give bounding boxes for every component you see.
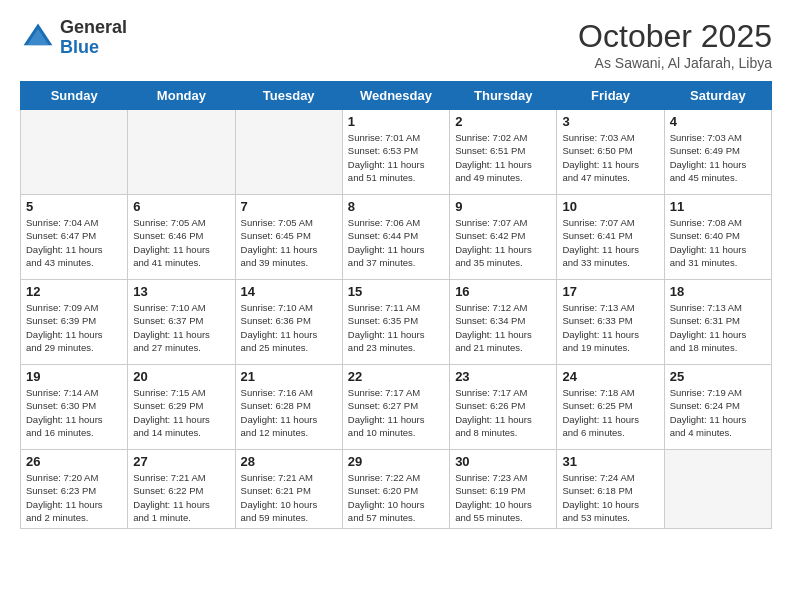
day-number: 23 <box>455 369 551 384</box>
day-number: 17 <box>562 284 658 299</box>
day-info: Sunrise: 7:24 AM Sunset: 6:18 PM Dayligh… <box>562 471 658 524</box>
day-number: 2 <box>455 114 551 129</box>
calendar-cell: 6Sunrise: 7:05 AM Sunset: 6:46 PM Daylig… <box>128 195 235 280</box>
day-info: Sunrise: 7:23 AM Sunset: 6:19 PM Dayligh… <box>455 471 551 524</box>
calendar-cell: 29Sunrise: 7:22 AM Sunset: 6:20 PM Dayli… <box>342 450 449 529</box>
day-of-week-header: Monday <box>128 82 235 110</box>
calendar-cell: 9Sunrise: 7:07 AM Sunset: 6:42 PM Daylig… <box>450 195 557 280</box>
calendar-cell: 13Sunrise: 7:10 AM Sunset: 6:37 PM Dayli… <box>128 280 235 365</box>
day-number: 31 <box>562 454 658 469</box>
day-info: Sunrise: 7:07 AM Sunset: 6:41 PM Dayligh… <box>562 216 658 269</box>
day-info: Sunrise: 7:19 AM Sunset: 6:24 PM Dayligh… <box>670 386 766 439</box>
day-of-week-header: Tuesday <box>235 82 342 110</box>
calendar-cell: 26Sunrise: 7:20 AM Sunset: 6:23 PM Dayli… <box>21 450 128 529</box>
day-number: 25 <box>670 369 766 384</box>
day-of-week-header: Saturday <box>664 82 771 110</box>
day-info: Sunrise: 7:21 AM Sunset: 6:21 PM Dayligh… <box>241 471 337 524</box>
calendar-cell: 31Sunrise: 7:24 AM Sunset: 6:18 PM Dayli… <box>557 450 664 529</box>
day-number: 29 <box>348 454 444 469</box>
calendar-cell: 5Sunrise: 7:04 AM Sunset: 6:47 PM Daylig… <box>21 195 128 280</box>
calendar-cell: 23Sunrise: 7:17 AM Sunset: 6:26 PM Dayli… <box>450 365 557 450</box>
calendar-cell <box>128 110 235 195</box>
logo-general-text: General <box>60 18 127 38</box>
header: General Blue October 2025 As Sawani, Al … <box>20 18 772 71</box>
day-info: Sunrise: 7:20 AM Sunset: 6:23 PM Dayligh… <box>26 471 122 524</box>
calendar-cell: 2Sunrise: 7:02 AM Sunset: 6:51 PM Daylig… <box>450 110 557 195</box>
day-of-week-header: Sunday <box>21 82 128 110</box>
calendar-cell: 25Sunrise: 7:19 AM Sunset: 6:24 PM Dayli… <box>664 365 771 450</box>
calendar-cell <box>21 110 128 195</box>
calendar-cell: 21Sunrise: 7:16 AM Sunset: 6:28 PM Dayli… <box>235 365 342 450</box>
calendar: SundayMondayTuesdayWednesdayThursdayFrid… <box>20 81 772 529</box>
location: As Sawani, Al Jafarah, Libya <box>578 55 772 71</box>
day-number: 8 <box>348 199 444 214</box>
calendar-cell: 18Sunrise: 7:13 AM Sunset: 6:31 PM Dayli… <box>664 280 771 365</box>
calendar-cell: 24Sunrise: 7:18 AM Sunset: 6:25 PM Dayli… <box>557 365 664 450</box>
calendar-cell: 14Sunrise: 7:10 AM Sunset: 6:36 PM Dayli… <box>235 280 342 365</box>
calendar-cell: 4Sunrise: 7:03 AM Sunset: 6:49 PM Daylig… <box>664 110 771 195</box>
calendar-cell: 3Sunrise: 7:03 AM Sunset: 6:50 PM Daylig… <box>557 110 664 195</box>
day-info: Sunrise: 7:16 AM Sunset: 6:28 PM Dayligh… <box>241 386 337 439</box>
calendar-week-row: 12Sunrise: 7:09 AM Sunset: 6:39 PM Dayli… <box>21 280 772 365</box>
day-info: Sunrise: 7:13 AM Sunset: 6:33 PM Dayligh… <box>562 301 658 354</box>
day-info: Sunrise: 7:08 AM Sunset: 6:40 PM Dayligh… <box>670 216 766 269</box>
day-number: 5 <box>26 199 122 214</box>
calendar-cell: 10Sunrise: 7:07 AM Sunset: 6:41 PM Dayli… <box>557 195 664 280</box>
day-info: Sunrise: 7:04 AM Sunset: 6:47 PM Dayligh… <box>26 216 122 269</box>
day-number: 6 <box>133 199 229 214</box>
calendar-cell: 1Sunrise: 7:01 AM Sunset: 6:53 PM Daylig… <box>342 110 449 195</box>
day-number: 4 <box>670 114 766 129</box>
day-number: 10 <box>562 199 658 214</box>
day-info: Sunrise: 7:14 AM Sunset: 6:30 PM Dayligh… <box>26 386 122 439</box>
day-number: 24 <box>562 369 658 384</box>
title-area: October 2025 As Sawani, Al Jafarah, Liby… <box>578 18 772 71</box>
logo-blue-text: Blue <box>60 38 127 58</box>
day-info: Sunrise: 7:17 AM Sunset: 6:27 PM Dayligh… <box>348 386 444 439</box>
day-number: 14 <box>241 284 337 299</box>
day-number: 3 <box>562 114 658 129</box>
calendar-cell <box>664 450 771 529</box>
day-info: Sunrise: 7:12 AM Sunset: 6:34 PM Dayligh… <box>455 301 551 354</box>
day-info: Sunrise: 7:17 AM Sunset: 6:26 PM Dayligh… <box>455 386 551 439</box>
day-number: 9 <box>455 199 551 214</box>
day-number: 28 <box>241 454 337 469</box>
day-number: 12 <box>26 284 122 299</box>
day-info: Sunrise: 7:22 AM Sunset: 6:20 PM Dayligh… <box>348 471 444 524</box>
day-number: 18 <box>670 284 766 299</box>
calendar-week-row: 26Sunrise: 7:20 AM Sunset: 6:23 PM Dayli… <box>21 450 772 529</box>
calendar-week-row: 19Sunrise: 7:14 AM Sunset: 6:30 PM Dayli… <box>21 365 772 450</box>
calendar-cell: 15Sunrise: 7:11 AM Sunset: 6:35 PM Dayli… <box>342 280 449 365</box>
day-info: Sunrise: 7:15 AM Sunset: 6:29 PM Dayligh… <box>133 386 229 439</box>
day-number: 22 <box>348 369 444 384</box>
day-info: Sunrise: 7:10 AM Sunset: 6:36 PM Dayligh… <box>241 301 337 354</box>
day-info: Sunrise: 7:06 AM Sunset: 6:44 PM Dayligh… <box>348 216 444 269</box>
day-info: Sunrise: 7:03 AM Sunset: 6:50 PM Dayligh… <box>562 131 658 184</box>
day-number: 1 <box>348 114 444 129</box>
day-number: 16 <box>455 284 551 299</box>
calendar-cell <box>235 110 342 195</box>
day-info: Sunrise: 7:11 AM Sunset: 6:35 PM Dayligh… <box>348 301 444 354</box>
logo-icon <box>20 20 56 56</box>
day-info: Sunrise: 7:10 AM Sunset: 6:37 PM Dayligh… <box>133 301 229 354</box>
day-info: Sunrise: 7:01 AM Sunset: 6:53 PM Dayligh… <box>348 131 444 184</box>
day-number: 11 <box>670 199 766 214</box>
day-number: 26 <box>26 454 122 469</box>
day-info: Sunrise: 7:13 AM Sunset: 6:31 PM Dayligh… <box>670 301 766 354</box>
day-number: 21 <box>241 369 337 384</box>
day-number: 15 <box>348 284 444 299</box>
calendar-cell: 27Sunrise: 7:21 AM Sunset: 6:22 PM Dayli… <box>128 450 235 529</box>
day-info: Sunrise: 7:07 AM Sunset: 6:42 PM Dayligh… <box>455 216 551 269</box>
page: General Blue October 2025 As Sawani, Al … <box>0 0 792 612</box>
calendar-week-row: 1Sunrise: 7:01 AM Sunset: 6:53 PM Daylig… <box>21 110 772 195</box>
day-info: Sunrise: 7:03 AM Sunset: 6:49 PM Dayligh… <box>670 131 766 184</box>
day-of-week-header: Wednesday <box>342 82 449 110</box>
calendar-cell: 22Sunrise: 7:17 AM Sunset: 6:27 PM Dayli… <box>342 365 449 450</box>
calendar-header-row: SundayMondayTuesdayWednesdayThursdayFrid… <box>21 82 772 110</box>
day-number: 20 <box>133 369 229 384</box>
calendar-cell: 7Sunrise: 7:05 AM Sunset: 6:45 PM Daylig… <box>235 195 342 280</box>
day-info: Sunrise: 7:02 AM Sunset: 6:51 PM Dayligh… <box>455 131 551 184</box>
calendar-cell: 12Sunrise: 7:09 AM Sunset: 6:39 PM Dayli… <box>21 280 128 365</box>
logo: General Blue <box>20 18 127 58</box>
day-of-week-header: Thursday <box>450 82 557 110</box>
calendar-cell: 19Sunrise: 7:14 AM Sunset: 6:30 PM Dayli… <box>21 365 128 450</box>
